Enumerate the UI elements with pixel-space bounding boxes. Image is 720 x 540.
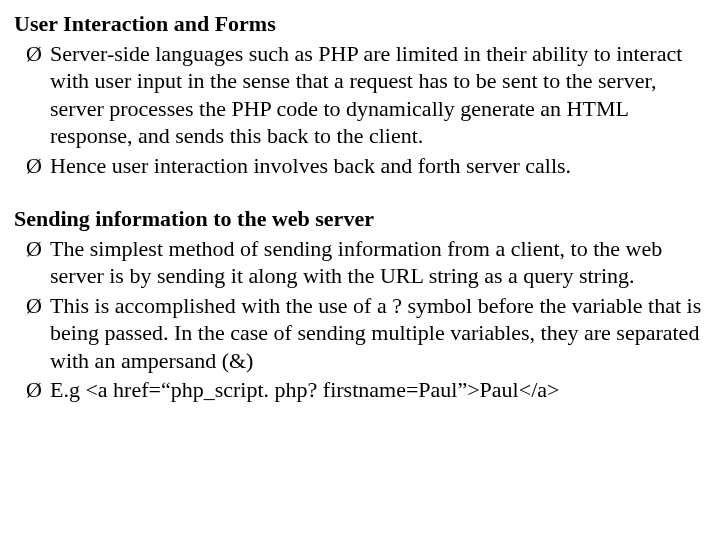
list-item-text: The simplest method of sending informati…: [50, 236, 662, 289]
list-item-text: This is accomplished with the use of a ?…: [50, 293, 701, 373]
bullet-icon: Ø: [26, 292, 42, 320]
section-heading-1: User Interaction and Forms: [14, 10, 706, 38]
list-item: Ø This is accomplished with the use of a…: [26, 292, 706, 375]
bullet-icon: Ø: [26, 40, 42, 68]
bullet-list-2: Ø The simplest method of sending informa…: [14, 235, 706, 404]
list-item: Ø Hence user interaction involves back a…: [26, 152, 706, 180]
list-item: Ø Server-side languages such as PHP are …: [26, 40, 706, 150]
section-heading-2: Sending information to the web server: [14, 205, 706, 233]
list-item: Ø The simplest method of sending informa…: [26, 235, 706, 290]
list-item: Ø E.g <a href=“php_script. php? firstnam…: [26, 376, 706, 404]
list-item-text: Hence user interaction involves back and…: [50, 153, 571, 178]
bullet-list-1: Ø Server-side languages such as PHP are …: [14, 40, 706, 180]
list-item-text: E.g <a href=“php_script. php? firstname=…: [50, 377, 559, 402]
slide: User Interaction and Forms Ø Server-side…: [0, 0, 720, 420]
bullet-icon: Ø: [26, 376, 42, 404]
bullet-icon: Ø: [26, 152, 42, 180]
bullet-icon: Ø: [26, 235, 42, 263]
list-item-text: Server-side languages such as PHP are li…: [50, 41, 682, 149]
